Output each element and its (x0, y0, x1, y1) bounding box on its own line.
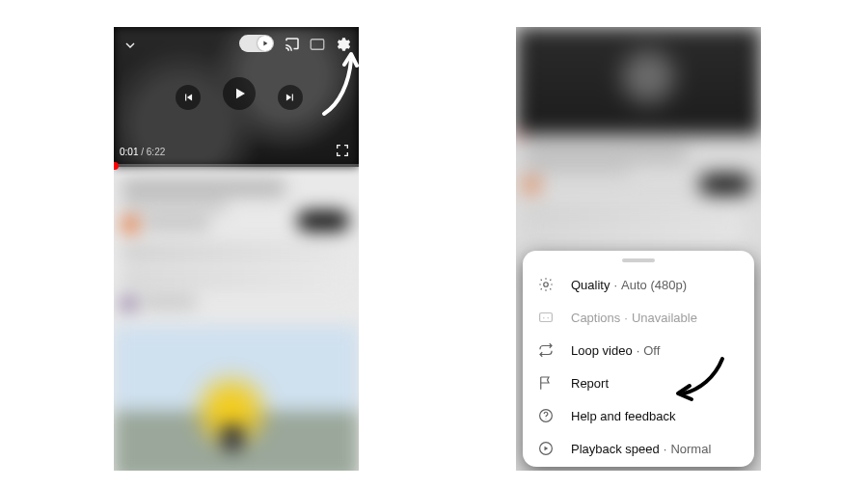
play-icon (258, 36, 273, 51)
help-icon (536, 406, 556, 425)
previous-button[interactable] (176, 85, 201, 110)
menu-item-report[interactable]: Report (523, 366, 754, 399)
menu-item-label: Report (571, 376, 609, 391)
svg-point-4 (546, 419, 547, 420)
current-time: 0:01 (120, 147, 138, 157)
menu-item-value: Off (643, 343, 660, 358)
menu-item-value: Auto (480p) (621, 278, 687, 292)
progress-bar[interactable] (114, 164, 359, 167)
menu-item-speed[interactable]: Playback speed · Normal (523, 432, 754, 465)
play-circle-icon (536, 439, 556, 458)
fullscreen-icon (335, 143, 350, 158)
gear-icon (334, 36, 351, 53)
flag-icon (536, 373, 556, 393)
menu-item-label: Playback speed (571, 442, 660, 456)
play-button[interactable] (223, 77, 256, 110)
svg-point-1 (544, 283, 549, 287)
time-display: 0:01 / 6:22 (120, 147, 165, 157)
loop-icon (536, 340, 556, 360)
captions-icon (536, 308, 556, 327)
menu-item-value: Normal (670, 442, 711, 456)
menu-item-label: Help and feedback (571, 409, 675, 423)
video-player: 0:01 / 6:22 (114, 27, 359, 167)
progress-thumb[interactable] (114, 162, 119, 170)
svg-rect-0 (311, 40, 324, 50)
left-screenshot: 0:01 / 6:22 (114, 27, 359, 471)
menu-item-captions: Captions · Unavailable (523, 301, 754, 334)
gear-icon (536, 275, 556, 294)
cast-button[interactable] (282, 34, 303, 55)
menu-item-quality[interactable]: Quality · Auto (480p) (523, 268, 754, 301)
sheet-grabber[interactable] (622, 258, 655, 262)
minimize-player-button[interactable] (120, 35, 141, 56)
fullscreen-button[interactable] (334, 142, 351, 159)
settings-button[interactable] (332, 34, 353, 55)
play-icon (231, 85, 248, 102)
menu-item-label: Loop video (571, 343, 633, 358)
previous-icon (181, 91, 195, 104)
menu-item-help[interactable]: Help and feedback (523, 399, 754, 432)
menu-item-label: Captions (571, 311, 620, 325)
next-icon (284, 91, 297, 104)
menu-item-value: Unavailable (632, 311, 697, 325)
menu-item-label: Quality (571, 278, 610, 292)
svg-rect-2 (540, 313, 553, 322)
captions-button[interactable] (307, 34, 328, 55)
menu-item-loop[interactable]: Loop video · Off (523, 334, 754, 366)
right-screenshot: Quality · Auto (480p) Captions · Unavail… (516, 27, 761, 471)
duration: 6:22 (147, 147, 165, 157)
player-settings-sheet: Quality · Auto (480p) Captions · Unavail… (523, 251, 754, 467)
next-button[interactable] (278, 85, 303, 110)
autoplay-toggle[interactable] (239, 35, 274, 52)
